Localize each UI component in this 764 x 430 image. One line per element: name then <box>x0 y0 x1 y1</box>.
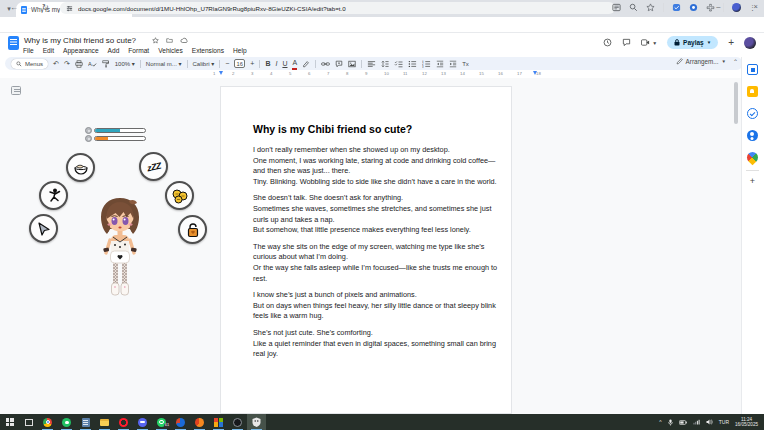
bold-button[interactable]: B <box>265 57 270 70</box>
pet-dance-button[interactable] <box>39 181 68 210</box>
taskbar-opera[interactable] <box>114 414 133 430</box>
right-indent-marker[interactable] <box>533 71 537 75</box>
highlight-color-icon[interactable] <box>302 60 310 68</box>
font-size-decrease-button[interactable]: − <box>225 57 229 70</box>
speaker-icon[interactable] <box>706 419 713 425</box>
add-comment-icon[interactable] <box>335 60 343 68</box>
spellcheck-icon[interactable]: A <box>88 60 97 68</box>
italic-button[interactable]: I <box>275 57 277 70</box>
menu-file[interactable]: File <box>23 47 34 54</box>
redo-icon[interactable]: ↷ <box>64 57 70 70</box>
extension-round-icon[interactable] <box>689 3 698 12</box>
microphone-icon[interactable] <box>668 419 673 426</box>
bulleted-list-icon[interactable] <box>408 60 417 68</box>
menu-vehicles[interactable]: Vehicles <box>158 47 183 54</box>
zoom-magnifier-icon[interactable] <box>629 3 638 12</box>
keyboard-language-indicator[interactable]: TUR <box>719 419 729 425</box>
text-color-button[interactable]: A <box>292 58 297 70</box>
network-icon[interactable] <box>693 419 700 425</box>
taskbar-file-explorer[interactable] <box>95 414 114 430</box>
doc-body[interactable]: I don’t really remember when she showed … <box>253 145 505 366</box>
pet-cursor-button[interactable] <box>29 214 58 243</box>
share-button[interactable]: Paylaş ▼ <box>667 36 718 49</box>
bookmark-star-icon[interactable] <box>646 3 655 12</box>
chrome-menu-kebab-icon[interactable]: ⋮ <box>749 4 756 12</box>
tasks-icon[interactable] <box>747 108 758 119</box>
battery-icon[interactable] <box>679 420 687 425</box>
clear-formatting-button[interactable]: Tx <box>462 61 469 67</box>
start-button[interactable] <box>0 414 19 430</box>
back-icon[interactable]: ← <box>10 3 18 12</box>
taskbar-dark-app[interactable] <box>228 414 247 430</box>
version-history-icon[interactable] <box>603 38 612 47</box>
google-docs-logo[interactable] <box>8 36 19 50</box>
scrollbar-thumb[interactable] <box>734 82 738 124</box>
taskbar-document-app[interactable] <box>76 414 95 430</box>
share-chevron-icon[interactable]: ▼ <box>707 40 711 45</box>
forward-icon[interactable]: → <box>26 3 34 12</box>
star-favorite-icon[interactable] <box>152 37 159 44</box>
extension-docs-offline-icon[interactable] <box>672 3 681 12</box>
pet-sleep-button[interactable]: zZZ <box>139 152 168 181</box>
font-size-increase-button[interactable]: + <box>250 57 254 70</box>
font-size-input[interactable]: 16 <box>234 59 245 68</box>
insert-link-icon[interactable] <box>321 60 330 68</box>
menu-edit[interactable]: Edit <box>43 47 54 54</box>
menu-format[interactable]: Format <box>128 47 149 54</box>
document-title[interactable]: Why is my Chibi friend so cute? <box>24 36 136 45</box>
omnibox[interactable]: docs.google.com/document/d/1MU-HhIOhp_U7… <box>60 2 615 14</box>
insert-image-icon[interactable] <box>348 60 356 68</box>
menu-add[interactable]: Add <box>108 47 120 54</box>
search-menus-button[interactable]: Menus <box>11 59 48 69</box>
taskbar-chrome[interactable] <box>38 414 57 430</box>
hide-menus-chevron-icon[interactable]: ⌃ <box>733 58 738 65</box>
font-select[interactable]: Calibri ▾ <box>193 60 215 67</box>
calendar-icon[interactable] <box>747 64 758 75</box>
line-spacing-icon[interactable] <box>381 60 389 68</box>
chrome-profile-avatar[interactable] <box>732 3 741 12</box>
chibi-character[interactable] <box>93 193 147 305</box>
taskbar-office[interactable] <box>209 414 228 430</box>
contacts-icon[interactable] <box>747 130 758 141</box>
ruler[interactable]: 123456789101112131415161718 <box>200 70 566 78</box>
menu-appearance[interactable]: Appearance <box>63 47 99 54</box>
tray-expand-chevron-icon[interactable]: ^ <box>659 419 661 425</box>
checklist-icon[interactable] <box>394 60 403 68</box>
menu-extensions[interactable]: Extensions <box>192 47 224 54</box>
align-left-icon[interactable] <box>367 60 376 68</box>
left-indent-marker[interactable] <box>219 71 223 75</box>
increase-indent-icon[interactable] <box>449 60 457 68</box>
undo-icon[interactable]: ↶ <box>53 57 59 70</box>
site-settings-tune-icon[interactable] <box>66 5 73 12</box>
paint-format-icon[interactable] <box>102 60 110 68</box>
editing-mode-select[interactable]: Arrangem... ▼ <box>676 58 726 65</box>
pet-lock-button[interactable] <box>178 215 207 244</box>
comments-icon[interactable] <box>622 38 631 47</box>
underline-button[interactable]: U <box>282 57 287 70</box>
extensions-puzzle-icon[interactable] <box>706 3 715 12</box>
keep-icon[interactable] <box>747 86 758 97</box>
reading-mode-icon[interactable] <box>612 3 621 12</box>
taskbar-messenger-green[interactable] <box>57 414 76 430</box>
taskbar-active-pet-app[interactable] <box>247 414 266 430</box>
zoom-select[interactable]: 100% ▾ <box>115 60 135 67</box>
numbered-list-icon[interactable]: 123 <box>422 60 431 68</box>
paragraph-style-select[interactable]: Normal m... ▾ <box>146 60 182 67</box>
account-avatar[interactable] <box>744 37 756 49</box>
cloud-saved-icon[interactable] <box>180 37 188 44</box>
plus-icon[interactable]: + <box>728 38 734 48</box>
reload-icon[interactable]: ↻ <box>42 3 49 12</box>
taskbar-whatsapp[interactable]: 61 <box>152 414 171 430</box>
taskbar-browser-blue[interactable] <box>171 414 190 430</box>
get-addons-plus-icon[interactable]: + <box>747 176 758 187</box>
document-page[interactable]: Why is my Chibi friend so cute? I don’t … <box>220 86 512 414</box>
menu-help[interactable]: Help <box>233 47 247 54</box>
taskbar-browser-orange[interactable] <box>190 414 209 430</box>
meet-video-button[interactable]: ▼ <box>641 38 657 47</box>
document-outline-icon[interactable] <box>11 86 21 95</box>
clock-date[interactable]: 11:24 16/05/2025 <box>735 417 758 428</box>
print-icon[interactable] <box>75 60 83 68</box>
pet-coins-button[interactable] <box>165 181 194 210</box>
pet-feed-button[interactable] <box>66 153 95 182</box>
taskbar-discord[interactable] <box>133 414 152 430</box>
